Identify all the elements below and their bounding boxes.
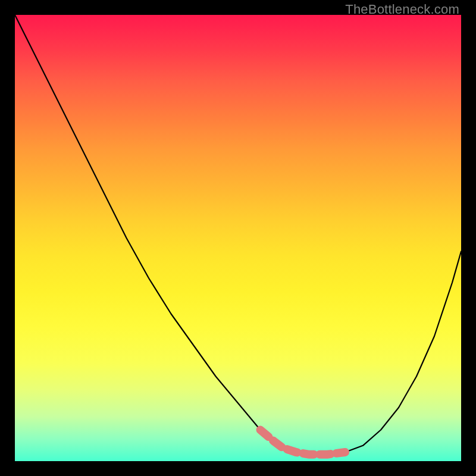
- watermark-text: TheBottleneck.com: [345, 2, 459, 17]
- chart-frame: TheBottleneck.com: [0, 0, 476, 476]
- bottleneck-curve: [15, 15, 461, 455]
- highlight-segment: [261, 430, 346, 455]
- chart-svg: [15, 15, 461, 461]
